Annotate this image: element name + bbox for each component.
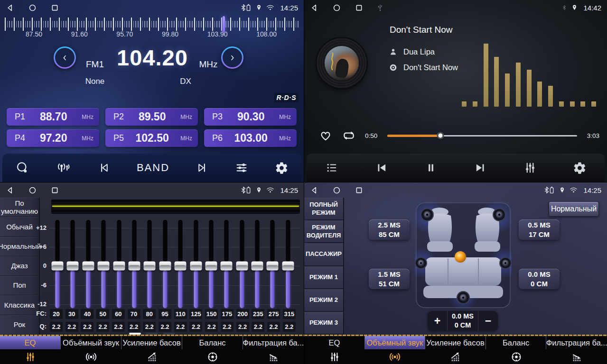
delay-front-right[interactable]: 0.5 MS 17 CM bbox=[519, 219, 560, 240]
tab-balance[interactable]: Баланс bbox=[486, 336, 547, 364]
slider-knob[interactable] bbox=[236, 261, 248, 270]
q-value[interactable]: 2.2 bbox=[65, 322, 78, 332]
tab-eq[interactable]: EQ bbox=[0, 336, 61, 364]
car-cabin-diagram[interactable] bbox=[415, 201, 512, 309]
q-value[interactable]: 2.2 bbox=[267, 322, 280, 332]
tab-balance[interactable]: Баланс bbox=[182, 336, 243, 364]
tune-up-button[interactable] bbox=[221, 46, 243, 69]
eq-band-slider[interactable] bbox=[250, 219, 265, 309]
q-value[interactable]: 2.2 bbox=[174, 322, 187, 332]
audio-settings-icon[interactable] bbox=[523, 161, 537, 175]
q-value[interactable]: 2.2 bbox=[96, 322, 109, 332]
slider-knob[interactable] bbox=[128, 261, 140, 270]
fc-value[interactable]: 315 bbox=[283, 309, 296, 319]
back-icon[interactable] bbox=[310, 3, 319, 12]
eq-band-slider[interactable] bbox=[65, 219, 80, 309]
slider-knob[interactable] bbox=[282, 261, 294, 270]
favorite-heart-icon[interactable] bbox=[318, 129, 333, 142]
q-value[interactable]: 2.2 bbox=[283, 322, 296, 332]
radio-preset-button[interactable]: P3 90.30 MHz bbox=[204, 108, 297, 126]
radio-preset-button[interactable]: P6 103.00 MHz bbox=[204, 129, 297, 147]
home-icon[interactable] bbox=[28, 186, 37, 195]
sf-mode-item[interactable]: РЕЖИМ 2 bbox=[304, 289, 343, 312]
eq-band-slider[interactable] bbox=[158, 219, 173, 309]
eq-band-slider[interactable] bbox=[142, 219, 157, 309]
eq-band-slider[interactable] bbox=[234, 219, 250, 309]
slider-knob[interactable] bbox=[221, 261, 233, 270]
q-value[interactable]: 2.2 bbox=[81, 322, 93, 332]
q-value[interactable]: 2.2 bbox=[205, 322, 218, 332]
sf-mode-item[interactable]: ПАССАЖИР bbox=[304, 243, 343, 266]
fc-value[interactable]: 30 bbox=[65, 309, 78, 319]
scan-icon[interactable] bbox=[15, 161, 29, 175]
q-value[interactable]: 2.2 bbox=[221, 322, 233, 332]
q-value[interactable]: 2.2 bbox=[50, 322, 63, 332]
recents-icon[interactable] bbox=[50, 186, 59, 195]
delay-plus-button[interactable]: + bbox=[428, 311, 447, 331]
slider-knob[interactable] bbox=[190, 261, 202, 270]
settings-gear-icon[interactable] bbox=[275, 161, 289, 175]
previous-track-icon[interactable] bbox=[374, 161, 389, 175]
slider-knob[interactable] bbox=[67, 261, 79, 270]
eq-band-slider[interactable] bbox=[204, 219, 219, 309]
slider-knob[interactable] bbox=[98, 261, 110, 270]
eq-band-slider[interactable] bbox=[265, 219, 280, 309]
fc-value[interactable]: 95 bbox=[159, 309, 171, 319]
sf-mode-item[interactable]: РЕЖИМ ВОДИТЕЛЯ bbox=[304, 220, 343, 243]
home-icon[interactable] bbox=[332, 3, 341, 12]
q-value[interactable]: 2.2 bbox=[128, 322, 140, 332]
audio-settings-icon[interactable] bbox=[234, 161, 249, 175]
sf-profile-button[interactable]: Нормальный bbox=[549, 201, 599, 217]
fc-value[interactable]: 175 bbox=[221, 309, 233, 319]
playlist-icon[interactable] bbox=[325, 161, 339, 174]
delay-minus-button[interactable]: − bbox=[478, 311, 498, 331]
slider-knob[interactable] bbox=[52, 261, 64, 270]
q-value[interactable]: 2.2 bbox=[143, 322, 156, 332]
next-station-icon[interactable] bbox=[196, 161, 209, 174]
tab-filter[interactable]: Фильтрация ба... bbox=[243, 336, 304, 364]
pause-icon[interactable] bbox=[424, 161, 438, 175]
prev-station-icon[interactable] bbox=[97, 161, 111, 174]
slider-knob[interactable] bbox=[159, 261, 171, 270]
settings-gear-icon[interactable] bbox=[573, 161, 587, 175]
eq-band-slider[interactable] bbox=[188, 219, 204, 309]
tab-bass-boost[interactable]: Усиление басов bbox=[121, 336, 182, 364]
fc-value[interactable]: 50 bbox=[96, 309, 109, 319]
radio-preset-button[interactable]: P4 97.20 MHz bbox=[7, 129, 99, 147]
progress-thumb[interactable] bbox=[437, 132, 444, 139]
next-track-icon[interactable] bbox=[473, 161, 487, 175]
eq-band-slider[interactable] bbox=[50, 219, 65, 309]
repeat-icon[interactable] bbox=[341, 128, 357, 143]
sf-mode-item[interactable]: ПОЛНЫЙ РЕЖИМ bbox=[304, 198, 343, 220]
eq-preset-item[interactable]: По умолчанию bbox=[0, 198, 39, 217]
fc-value[interactable]: 20 bbox=[50, 309, 63, 319]
q-value[interactable]: 2.2 bbox=[189, 322, 202, 332]
slider-knob[interactable] bbox=[82, 261, 94, 270]
tune-down-button[interactable] bbox=[54, 46, 76, 69]
fc-value[interactable]: 275 bbox=[267, 309, 280, 319]
fc-value[interactable]: 125 bbox=[189, 309, 202, 319]
fc-value[interactable]: 80 bbox=[143, 309, 156, 319]
fc-value[interactable]: 40 bbox=[81, 309, 93, 319]
radio-preset-button[interactable]: P1 88.70 MHz bbox=[7, 108, 99, 126]
tab-filter[interactable]: Фильтрация ба... bbox=[546, 336, 607, 364]
slider-knob[interactable] bbox=[267, 261, 279, 270]
recents-icon[interactable] bbox=[355, 3, 364, 12]
fc-value[interactable]: 235 bbox=[252, 309, 264, 319]
recents-icon[interactable] bbox=[355, 186, 364, 195]
q-value[interactable]: 2.2 bbox=[236, 322, 249, 332]
delay-rear-right[interactable]: 0.0 MS 0 CM bbox=[519, 269, 560, 289]
delay-front-left[interactable]: 2.5 MS 85 CM bbox=[369, 219, 410, 240]
fc-value[interactable]: 200 bbox=[236, 309, 249, 319]
fc-value[interactable]: 110 bbox=[174, 309, 187, 319]
fc-value[interactable]: 60 bbox=[112, 309, 125, 319]
delay-rear-left[interactable]: 1.5 MS 51 CM bbox=[369, 269, 410, 289]
tab-eq[interactable]: EQ bbox=[304, 336, 365, 364]
back-icon[interactable] bbox=[310, 186, 319, 195]
eq-band-slider[interactable] bbox=[219, 219, 234, 309]
band-button[interactable]: BAND bbox=[137, 162, 169, 174]
seek-bar[interactable] bbox=[387, 135, 577, 136]
slider-knob[interactable] bbox=[205, 261, 217, 270]
slider-knob[interactable] bbox=[144, 261, 156, 270]
tuner-scale[interactable] bbox=[5, 18, 299, 31]
